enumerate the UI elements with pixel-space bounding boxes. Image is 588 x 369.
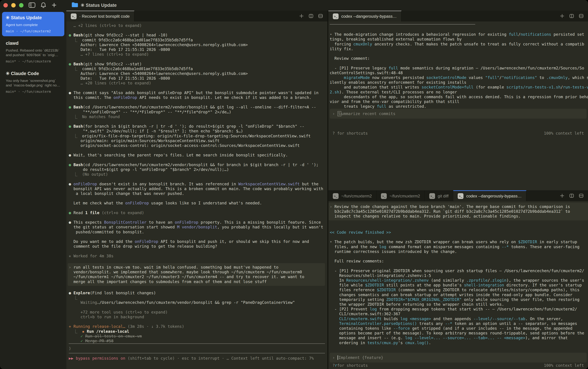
text-segment: API to bonsplit and push it, or should w…: [158, 239, 309, 244]
terminal-line: runtime correctness issues introduced by…: [330, 249, 588, 254]
claude-input-area: ⟩ ▶▶ bypass permissions on (shift+tab to…: [69, 343, 325, 360]
text-segment: Date: Tue Feb 17 21:55:31 2026 -0800: [69, 47, 170, 52]
terminal-line: [69, 196, 325, 201]
split-horizontal-icon[interactable]: [318, 14, 323, 18]
terminal-line: + Running release-local… (3m 28s · ↓ 3.7…: [69, 324, 325, 329]
text-segment: ), the wrapper sources the user's: [507, 278, 584, 283]
text-segment: ●: [69, 105, 73, 109]
split-horizontal-icon[interactable]: [579, 193, 584, 198]
notifications-bell-icon[interactable]: [40, 2, 46, 8]
terminal-line: [330, 27, 588, 32]
text-segment: temporarily setting: [330, 297, 386, 302]
text-segment: as unrestricted.: [386, 104, 426, 109]
text-segment: vior and from the env-var compatibility …: [330, 99, 459, 104]
text-segment: options become part of the message). To …: [330, 331, 584, 335]
text-segment: •: [330, 32, 335, 37]
text-segment: files, and the new: [330, 245, 379, 249]
split-horizontal-icon[interactable]: [579, 14, 584, 18]
text-segment: full: [509, 32, 518, 37]
text-segment: · esc to interrupt ·: [175, 356, 227, 360]
terminal-icon: >_: [381, 193, 387, 199]
prompt-input[interactable]: ⟩: [69, 344, 325, 353]
text-segment: ●: [69, 291, 73, 295]
text-segment: (for branch in $(git branch -r | tr -d '…: [83, 124, 304, 129]
text-segment: 's: [398, 341, 405, 345]
terminal-line: ordering in tests/cmux.py's cmux.log().: [330, 340, 588, 345]
tab--fun-cmuxterm2-1[interactable]: >_~/fun/cmuxterm2: [377, 190, 425, 201]
window-controls: [3, 3, 23, 8]
text-segment: ● Wait, that's searching the parent repo…: [69, 153, 288, 157]
new-tab-plus-icon[interactable]: [560, 193, 565, 198]
titlebar: ✳ Status Update: [0, 0, 588, 10]
text-cursor: [338, 355, 338, 360]
text-segment: , which s: [568, 75, 588, 80]
sidebar-toggle-icon[interactable]: [29, 2, 35, 8]
terminal-icon: >_: [333, 193, 339, 199]
text-segment: .cmuxOnly: [547, 75, 568, 80]
text-segment: ?: [332, 363, 335, 368]
tab-git-diff-2[interactable]: >_git diff: [425, 190, 453, 201]
terminal-line: Do you want me to add the onFileDrop API…: [69, 239, 325, 244]
text-segment: cmuxOnly: [353, 42, 372, 46]
terminal-output: … +2 lines (ctrl+o to expand)● Bash(git …: [66, 21, 327, 343]
terminal-line: origin/socket-access-control: origin/soc…: [69, 143, 325, 148]
new-tab-plus-icon[interactable]: [299, 14, 304, 18]
text-segment: ▶▶ bypass permissions on: [69, 356, 128, 360]
sidebar-session-item-1[interactable]: clawdPushed. Rebased onto `d62153b` and …: [2, 38, 64, 66]
codex-prompt-input[interactable]: › Implement {feature}: [330, 353, 587, 362]
text-segment: onFileDrop: [135, 239, 158, 244]
split-vertical-icon[interactable]: [569, 14, 574, 18]
text-segment: … +20 lines (ctrl+o to expand): [69, 81, 151, 85]
sidebar-session-item-2[interactable]: ✳ Claude CodeYou only have `screenshot.p…: [2, 68, 64, 97]
tab-codex-dangerously-bypass--3[interactable]: >_codex --dangerously-bypass…: [453, 190, 526, 201]
new-session-plus-icon[interactable]: [51, 2, 57, 8]
text-segment: ⎿ No matches found: [69, 114, 120, 119]
text-segment: "full": [485, 75, 499, 80]
text-segment: property. This is a missing bonsplit fea…: [198, 220, 321, 225]
text-segment: (git show 9fd3cc2 --stat): [83, 62, 142, 66]
text-segment: token as an option until a -- separator,…: [452, 321, 577, 326]
text-segment: comment out the file drop wiring to get …: [69, 244, 217, 248]
zoom-window-button[interactable]: [19, 3, 23, 8]
close-window-button[interactable]: [3, 3, 8, 8]
tab-codex-top[interactable]: >_ codex --dangerously-bypass…: [328, 10, 401, 21]
split-vertical-icon[interactable]: [309, 14, 313, 18]
text-segment: The mode-migration change introduces a b…: [335, 32, 509, 37]
text-segment: usage looks like so I understand what's …: [149, 201, 262, 205]
terminal-line: "**/onFileDrop*" -- "**/*FileDrop*" -- "…: [69, 110, 325, 114]
codex-prompt-input[interactable]: › Summarize recent commits: [330, 109, 587, 119]
terminal-line: the git status at conversation start sho…: [69, 225, 325, 229]
tab--fun-cmuxterm2-0[interactable]: >_~/fun/cmuxterm2: [328, 190, 377, 201]
terminal-line: Date: Tue Feb 17 21:55:31 2026 -0800: [69, 76, 325, 81]
text-segment: Running release-local…: [73, 324, 125, 329]
tab-recover-lost-bonsplit-code[interactable]: >_ · Recover lost bonsplit code: [66, 10, 134, 21]
session-title: ✳ Claude Code: [6, 71, 60, 76]
terminal-output: • The mode-migration change introduces a…: [328, 21, 588, 109]
text-segment: (cd /Users/lawrencechen/fun/cmuxterm2/ve…: [83, 105, 316, 109]
minimize-window-button[interactable]: [11, 3, 16, 8]
text-segment: the wrapper ZDOTDIR before returning so …: [330, 302, 504, 307]
text-cursor: S: [338, 111, 341, 116]
tab-label: git diff: [438, 194, 449, 198]
text-segment: run-tests-v: [563, 85, 588, 89]
terminal-line: [69, 28, 325, 33]
new-tab-plus-icon[interactable]: [560, 14, 565, 18]
split-vertical-icon[interactable]: [569, 193, 574, 198]
sidebar-session-item-0[interactable]: ✳ Status UpdateAgent turn completemain ·…: [2, 12, 64, 36]
text-segment: [69, 334, 80, 338]
terminal-line: ility fix.: [330, 46, 588, 51]
session-subtitle: Pushed. Rebased onto `d62153b` and pushe…: [6, 48, 60, 57]
terminal-line: tings, breaking established external aut…: [330, 37, 588, 41]
terminal-line: changes semantics and can break startup …: [330, 292, 588, 297]
text-segment: log: [379, 245, 386, 249]
right-top-tabbar: >_ codex --dangerously-bypass…: [328, 10, 588, 21]
text-segment: ●: [69, 62, 73, 66]
text-segment: r: [335, 363, 337, 368]
terminal-line: … +2 lines (ctrl+o to expand): [69, 23, 325, 28]
text-segment: ). Those external test/CLI processes are…: [339, 90, 457, 94]
session-branch-path: main* · ~/fun/cmuxterm: [6, 59, 60, 63]
text-segment: .: [429, 341, 431, 345]
text-segment: log --level=... --source=... --tab=... -…: [405, 336, 525, 340]
terminal-line: ● This expects BonsplitController to hav…: [69, 220, 325, 225]
text-segment: (for example: [473, 85, 507, 89]
